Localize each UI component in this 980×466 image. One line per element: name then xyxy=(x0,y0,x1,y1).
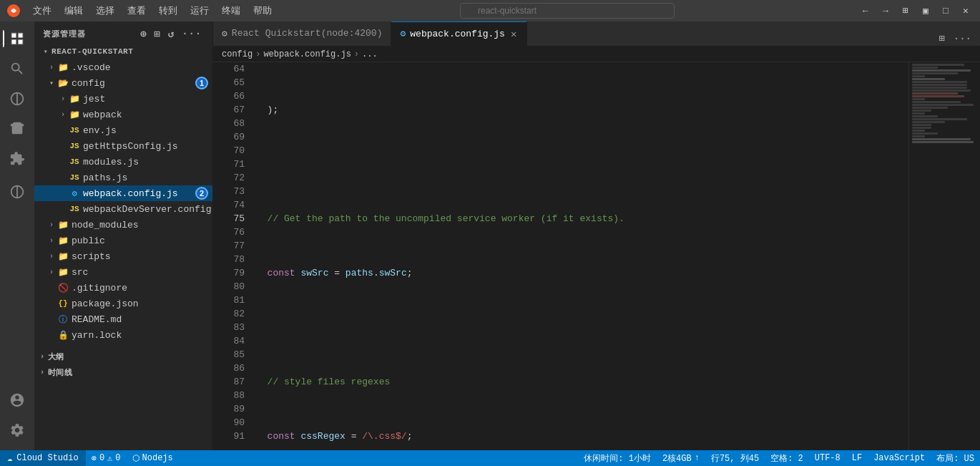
public-label: public xyxy=(72,236,212,246)
search-bar: 🔍 xyxy=(283,3,851,19)
search-input[interactable] xyxy=(460,3,675,19)
tree-item-nodemodules[interactable]: › 📁 node_modules xyxy=(34,217,212,233)
code-line-65 xyxy=(256,157,908,171)
activity-settings[interactable] xyxy=(3,416,31,445)
maximize-button[interactable]: □ xyxy=(937,3,954,19)
menu-view[interactable]: 查看 xyxy=(122,3,152,19)
minimap-line xyxy=(912,121,945,123)
tree-item-gethttps[interactable]: JS getHttpsConfig.js xyxy=(34,138,212,154)
line-ending-status[interactable]: LF xyxy=(846,450,868,466)
js-icon-webpackdev: JS xyxy=(69,205,80,213)
menu-run[interactable]: 运行 xyxy=(185,3,215,19)
ln-87: 87 xyxy=(213,375,245,389)
menu-file[interactable]: 文件 xyxy=(27,3,57,19)
ln-86: 86 xyxy=(213,361,245,375)
nodejs-status[interactable]: ⬡ Nodejs xyxy=(127,450,179,466)
breadcrumb-file[interactable]: webpack.config.js xyxy=(263,49,351,59)
encoding-status[interactable]: UTF-8 xyxy=(809,450,846,466)
sidebar-new-file-icon[interactable]: ⊕ xyxy=(138,27,149,41)
tree-item-yarnlock[interactable]: 🔒 yarn.lock xyxy=(34,327,212,343)
minimap-line xyxy=(912,130,925,132)
activity-remote[interactable] xyxy=(3,178,31,206)
tree-item-modules[interactable]: JS modules.js xyxy=(34,154,212,170)
minimap-line xyxy=(912,67,938,69)
forward-button[interactable]: → xyxy=(877,3,894,19)
outline-section-header[interactable]: › 大纲 xyxy=(34,349,212,364)
activity-extensions[interactable] xyxy=(3,145,31,173)
menu-terminal[interactable]: 终端 xyxy=(216,3,246,19)
tree-item-readme[interactable]: ⓘ README.md xyxy=(34,311,212,327)
activity-git[interactable] xyxy=(3,84,31,113)
split-editor-button[interactable]: ⊞ xyxy=(897,3,914,19)
idle-status[interactable]: 休闲时间: 1小时 xyxy=(578,450,657,466)
annotation-2: 2 xyxy=(195,187,208,200)
back-button[interactable]: ← xyxy=(857,3,874,19)
editor-split-icon[interactable]: ⊞ xyxy=(936,31,947,46)
activity-debug[interactable] xyxy=(3,115,31,143)
editor-more-icon[interactable]: ··· xyxy=(951,31,974,46)
tree-item-packagejson[interactable]: {} package.json xyxy=(34,296,212,311)
ln-64: 64 xyxy=(213,62,245,76)
spaces-status[interactable]: 空格: 2 xyxy=(765,450,809,466)
close-button[interactable]: ✕ xyxy=(957,3,974,19)
minimap-content xyxy=(909,62,980,145)
code-line-70: const cssRegex = /\.css$/; xyxy=(256,429,908,443)
menu-help[interactable]: 帮助 xyxy=(248,3,278,19)
cloud-studio-label: Cloud Studio xyxy=(16,453,78,463)
tree-item-webpackdev[interactable]: JS webpackDevServer.config.js xyxy=(34,201,212,217)
tree-item-gitignore[interactable]: 🚫 .gitignore xyxy=(34,280,212,296)
layout-status[interactable]: 布局: US xyxy=(931,450,980,466)
tab-react-quickstart[interactable]: ⚙ React Quickstart(node:4200) xyxy=(213,21,391,46)
nodemodules-arrow: › xyxy=(46,221,57,229)
annotation-1: 1 xyxy=(195,77,208,89)
public-arrow: › xyxy=(46,237,57,245)
activity-account[interactable] xyxy=(3,386,31,414)
errors-warnings-status[interactable]: ⊗ 0 ⚠ 0 xyxy=(86,450,127,466)
language-status[interactable]: JavaScript xyxy=(868,450,931,466)
tree-root[interactable]: ▾ REACT-QUICKSTART xyxy=(34,44,212,59)
tree-item-config[interactable]: ▾ 📂 config 1 xyxy=(34,75,212,91)
search-wrap: 🔍 xyxy=(460,3,675,19)
warning-count: 0 xyxy=(115,453,120,463)
breadcrumb-config[interactable]: config xyxy=(222,49,253,59)
sidebar-new-folder-icon[interactable]: ⊞ xyxy=(152,27,163,41)
row-col-status[interactable]: 行75, 列45 xyxy=(705,450,765,466)
ln-72: 72 xyxy=(213,171,245,185)
breadcrumb-symbol[interactable]: ... xyxy=(362,49,378,59)
tree-item-paths[interactable]: JS paths.js xyxy=(34,170,212,185)
tree-item-jest[interactable]: › 📁 jest xyxy=(34,91,212,107)
cloud-studio-status[interactable]: ☁ Cloud Studio xyxy=(0,450,86,466)
js-icon-env: JS xyxy=(69,126,80,135)
ln-82: 82 xyxy=(213,307,245,321)
tree-item-public[interactable]: › 📁 public xyxy=(34,233,212,248)
menu-goto[interactable]: 转到 xyxy=(153,3,183,19)
menu-edit[interactable]: 编辑 xyxy=(59,3,89,19)
vscode-arrow: › xyxy=(46,64,57,72)
tree-item-src[interactable]: › 📁 src xyxy=(34,264,212,280)
activity-search[interactable] xyxy=(3,54,31,83)
sidebar-more-icon[interactable]: ··· xyxy=(180,27,204,41)
src-label: src xyxy=(72,267,212,278)
tree-item-scripts[interactable]: › 📁 scripts xyxy=(34,248,212,264)
tab-webpack-config[interactable]: ⚙ webpack.config.js ✕ xyxy=(391,21,527,46)
minimap-line xyxy=(912,118,967,120)
tree-item-vscode[interactable]: › 📁 .vscode xyxy=(34,59,212,75)
yarnlock-label: yarn.lock xyxy=(72,330,212,341)
menu-select[interactable]: 选择 xyxy=(90,3,120,19)
timeline-section-header[interactable]: › 时间线 xyxy=(34,364,212,380)
tree-item-envjs[interactable]: JS env.js xyxy=(34,122,212,138)
minimap-line xyxy=(912,78,945,80)
activity-explorer[interactable] xyxy=(3,24,31,53)
tab-close-webpack[interactable]: ✕ xyxy=(509,27,518,41)
ln-84: 84 xyxy=(213,334,245,348)
ln-80: 80 xyxy=(213,280,245,293)
gethttps-label: getHttpsConfig.js xyxy=(83,141,212,152)
main-layout: 资源管理器 ⊕ ⊞ ↺ ··· ▾ REACT-QUICKSTART › 📁 .… xyxy=(0,21,980,450)
tree-item-webpack[interactable]: › 📁 webpack xyxy=(34,107,212,122)
statusbar-right: 休闲时间: 1小时 2核4GB ↑ 行75, 列45 空格: 2 UTF-8 L… xyxy=(578,450,980,466)
layout-button[interactable]: ▣ xyxy=(917,3,934,19)
cpu-status[interactable]: 2核4GB ↑ xyxy=(657,450,705,466)
code-content[interactable]: ); // Get the path to the uncompiled ser… xyxy=(250,62,908,450)
tree-item-webpackconfig[interactable]: ⚙ webpack.config.js 2 xyxy=(34,185,212,201)
sidebar-refresh-icon[interactable]: ↺ xyxy=(166,27,177,41)
